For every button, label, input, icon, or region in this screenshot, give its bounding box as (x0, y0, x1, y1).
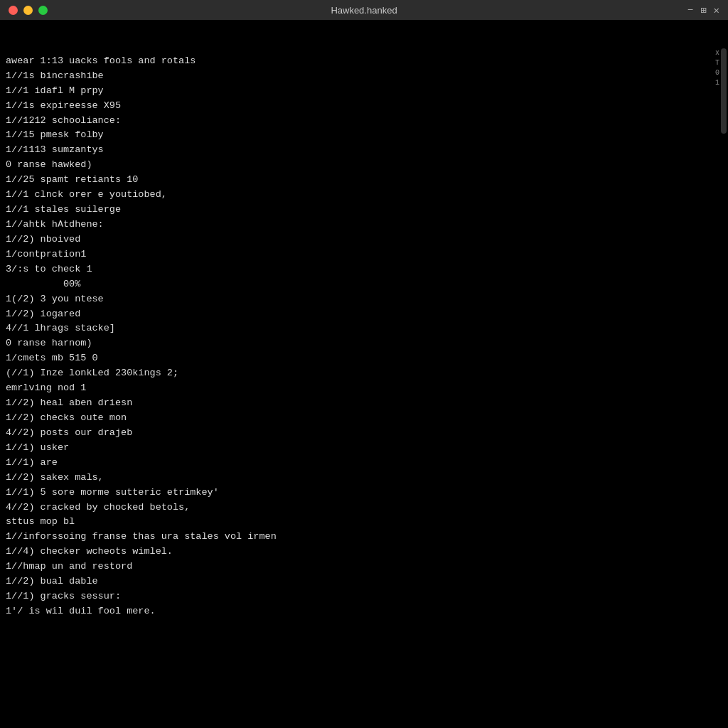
terminal-line: 1//1 idafl M prpy (6, 84, 722, 99)
terminal-line: 1//1 stales suilerge (6, 203, 722, 218)
terminal-line: 1//1212 schooliance: (6, 114, 722, 129)
terminal-line: 4//2) cracked by chocked betols, (6, 500, 722, 515)
terminal-line: 1/cmets mb 515 0 (6, 351, 722, 366)
terminal-line: 1//2) bual dable (6, 574, 722, 589)
terminal-line: 4//1 lhrags stacke] (6, 321, 722, 336)
terminal-line: 3/:s to check 1 (6, 262, 722, 277)
terminal-line: 00% (6, 277, 722, 292)
terminal-line: 1//2) checks oute mon (6, 411, 722, 426)
terminal-line: 1//25 spamt retiants 10 (6, 173, 722, 188)
terminal-window: Hawked.hanked − ⊞ ✕ awear 1:13 uacks foo… (0, 0, 728, 728)
terminal-line: 1//2) nboived (6, 232, 722, 247)
terminal-line: sttus mop bl (6, 515, 722, 530)
restore-icon[interactable]: ⊞ (700, 4, 706, 16)
terminal-line: 1//hmap un and restord (6, 560, 722, 574)
terminal-line: (//1) Inze lonkLed 230kings 2; (6, 366, 722, 381)
terminal-line: 1//1) are (6, 456, 722, 471)
terminal-line: 0 ranse harnom) (6, 336, 722, 351)
terminal-line: 1(/2) 3 you ntese (6, 292, 722, 307)
terminal-line: 1'/ is wil duil fool mere. (6, 604, 722, 619)
terminal-line: 1//1113 sumzantys (6, 143, 722, 158)
terminal-line: 1//2) sakex mals, (6, 471, 722, 486)
terminal-line: 1//1s bincrashibe (6, 69, 722, 84)
terminal-line: 1//15 pmesk folby (6, 128, 722, 143)
close-icon[interactable]: ✕ (714, 4, 719, 16)
window-title: Hawked.hanked (331, 5, 397, 16)
titlebar-right-controls: − ⊞ ✕ (687, 4, 719, 16)
scrollbar[interactable] (721, 48, 727, 134)
terminal-line: 1//2) iogared (6, 307, 722, 322)
terminal-body[interactable]: awear 1:13 uacks fools and rotals1//1s b… (0, 20, 728, 728)
terminal-line: 4//2) posts our drajeb (6, 426, 722, 441)
terminal-line: awear 1:13 uacks fools and rotals (6, 54, 722, 69)
titlebar: Hawked.hanked − ⊞ ✕ (0, 0, 728, 20)
maximize-button[interactable] (38, 6, 48, 15)
terminal-line: 1//1) 5 sore morme sutteric etrimkey' (6, 486, 722, 500)
scrollbar-labels: x T 0 1 (715, 48, 719, 88)
close-button[interactable] (9, 6, 18, 15)
terminal-line: emrlving nod 1 (6, 381, 722, 396)
terminal-line: 1/contpration1 (6, 247, 722, 262)
terminal-line: 1//ahtk hAtdhene: (6, 218, 722, 232)
terminal-line: 0 ranse hawked) (6, 158, 722, 173)
terminal-line: 1//1) usker (6, 441, 722, 456)
terminal-line: 1//1) gracks sessur: (6, 589, 722, 604)
window-controls[interactable] (9, 6, 48, 15)
terminal-output: awear 1:13 uacks fools and rotals1//1s b… (6, 24, 722, 619)
terminal-line: 1//2) heal aben driesn (6, 396, 722, 411)
terminal-line: 1//1s expireesse X95 (6, 99, 722, 114)
terminal-line: 1//1 clnck orer e youtiobed, (6, 188, 722, 203)
terminal-line: 1//inforssoing franse thas ura stales vo… (6, 530, 722, 545)
minimize-button[interactable] (23, 6, 33, 15)
minimize-icon[interactable]: − (687, 4, 693, 16)
terminal-line: 1//4) checker wcheots wimlel. (6, 545, 722, 560)
